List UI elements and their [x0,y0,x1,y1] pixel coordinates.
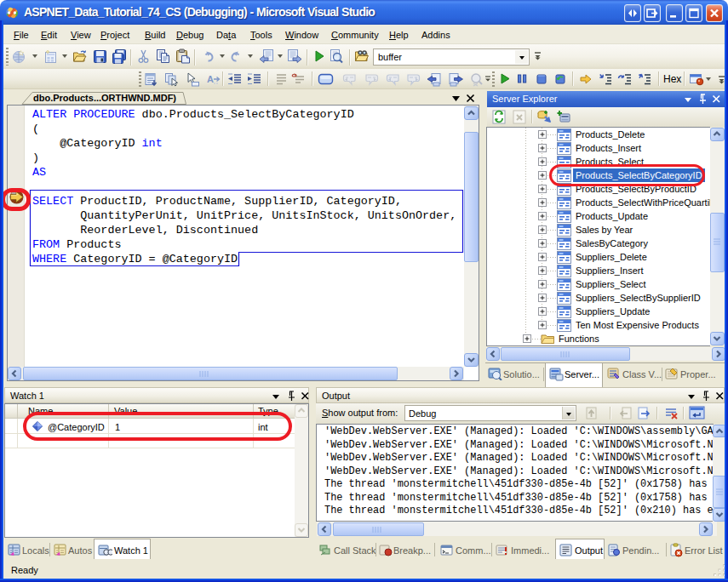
svg-text:A: A [207,74,214,84]
